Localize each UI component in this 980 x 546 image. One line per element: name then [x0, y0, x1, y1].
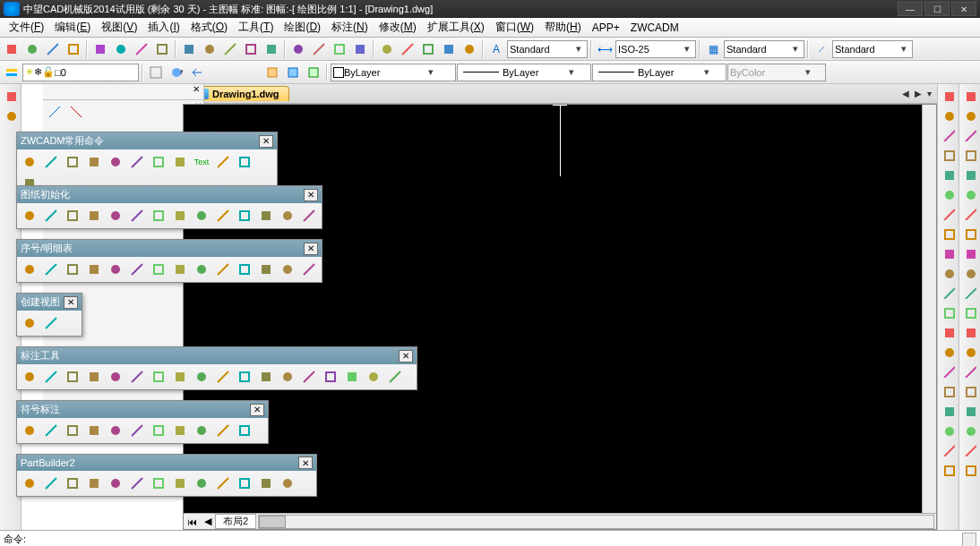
palette-tool-icon[interactable]	[84, 260, 104, 279]
palette-tool-icon[interactable]	[41, 206, 61, 226]
text-style-combo-icon[interactable]: A	[486, 39, 506, 59]
mleader-style-combo-icon[interactable]: ⟋	[812, 39, 831, 59]
toolbar-button[interactable]	[439, 39, 459, 59]
palette-tool-icon[interactable]	[278, 260, 297, 279]
menu-修改[interactable]: 修改(M)	[374, 18, 422, 37]
rail-tool-icon[interactable]	[941, 344, 957, 360]
block-ref-icon[interactable]	[283, 63, 303, 82]
palette-tool-icon[interactable]	[192, 473, 211, 493]
palette-tool-icon[interactable]	[235, 152, 254, 172]
chevron-down-icon[interactable]: ▾	[898, 43, 910, 55]
rail-tool-icon[interactable]	[962, 166, 978, 183]
horizontal-scrollbar[interactable]	[258, 515, 934, 529]
palette-close-icon[interactable]: ✕	[298, 456, 313, 469]
palette-tool-icon[interactable]	[235, 367, 254, 387]
menu-工具[interactable]: 工具(T)	[233, 18, 279, 37]
layer-states-icon[interactable]	[146, 63, 166, 82]
chevron-down-icon[interactable]: ▾	[572, 43, 585, 55]
color-combo-value[interactable]	[344, 65, 425, 80]
menu-ZWCADM[interactable]: ZWCADM	[625, 20, 684, 36]
menu-编辑[interactable]: 编辑(E)	[49, 18, 96, 37]
rail-tool-icon[interactable]	[941, 245, 957, 261]
toolbar-button[interactable]	[220, 39, 240, 59]
palette-tool-icon[interactable]	[63, 206, 82, 226]
rail-tool-icon[interactable]	[941, 107, 957, 124]
minimize-button[interactable]: —	[898, 2, 923, 16]
toolbar-button[interactable]	[241, 39, 261, 59]
close-button[interactable]: ✕	[951, 2, 976, 16]
palette-tool-icon[interactable]	[170, 367, 190, 387]
palette-header[interactable]: 符号标注✕	[17, 401, 268, 418]
palette-close-icon[interactable]: ✕	[250, 404, 264, 416]
palette-tool-icon[interactable]	[213, 473, 233, 493]
dim-style-combo-icon[interactable]: ⟷	[595, 39, 615, 59]
palette-tool-icon[interactable]	[63, 367, 82, 387]
menu-绘图[interactable]: 绘图(D)	[279, 18, 326, 37]
palette-close-icon[interactable]: ✕	[304, 189, 318, 201]
tab-nav-first-icon[interactable]: ⏮	[184, 516, 201, 527]
command-scroll-icon[interactable]	[962, 533, 976, 547]
palette-tool-icon[interactable]	[106, 260, 125, 279]
layer-iso-icon[interactable]	[167, 63, 186, 82]
rail-tool-icon[interactable]	[941, 403, 957, 419]
palette-header[interactable]: 图纸初始化✕	[17, 186, 322, 203]
toolbar-button[interactable]	[418, 39, 438, 59]
table-style-combo[interactable]: ▾	[724, 40, 804, 58]
palette-tool-icon[interactable]	[106, 367, 125, 387]
palette-tool-icon[interactable]	[20, 152, 39, 172]
chevron-down-icon[interactable]: ▾	[565, 66, 578, 78]
dim-style-combo-value[interactable]	[618, 42, 681, 56]
rail-tool-icon[interactable]	[962, 383, 978, 399]
palette-tool-icon[interactable]	[106, 473, 125, 493]
palette-tool-icon[interactable]	[45, 102, 64, 122]
rail-tool-icon[interactable]	[941, 462, 957, 478]
palette-close-icon[interactable]: ✕	[399, 350, 413, 363]
menu-帮助[interactable]: 帮助(H)	[539, 18, 587, 37]
menu-格式[interactable]: 格式(O)	[185, 18, 233, 37]
rail-tool-icon[interactable]	[962, 324, 978, 340]
palette-tool-icon[interactable]	[20, 473, 39, 493]
palette-tool-icon[interactable]	[106, 206, 125, 226]
rail-tool-icon[interactable]	[941, 324, 957, 340]
lineweight-combo[interactable]: ▾	[592, 64, 726, 81]
palette-tool-icon[interactable]	[299, 367, 319, 387]
rail-tool-icon[interactable]	[941, 265, 957, 281]
palette-tool-icon[interactable]	[84, 206, 104, 226]
toolbar-button[interactable]	[288, 39, 308, 59]
tab-next-icon[interactable]: ▶	[913, 89, 924, 98]
menu-文件[interactable]: 文件(F)	[4, 18, 49, 37]
rail-tool-icon[interactable]	[941, 127, 957, 143]
palette-tool-icon[interactable]	[235, 473, 254, 493]
color-combo[interactable]: ▾	[331, 64, 456, 81]
palette-tool-icon[interactable]	[66, 102, 86, 122]
palette-tool-icon[interactable]	[192, 421, 211, 440]
palette-tool-icon[interactable]	[278, 367, 297, 387]
palette-tool-icon[interactable]	[299, 260, 319, 279]
palette-tool-icon[interactable]: Text	[192, 152, 211, 172]
palette-tool-icon[interactable]	[192, 367, 211, 387]
palette-tool-icon[interactable]	[84, 421, 104, 440]
toolbar-button[interactable]	[309, 39, 329, 59]
rail-tool-icon[interactable]	[941, 226, 957, 242]
palette-tool-icon[interactable]	[256, 367, 276, 387]
linetype-combo[interactable]: ▾	[457, 64, 591, 81]
palette-tool-icon[interactable]	[127, 473, 147, 493]
palette-tool-icon[interactable]	[84, 152, 104, 172]
toolbar-button[interactable]	[179, 39, 199, 59]
palette-tool-icon[interactable]	[63, 421, 82, 440]
palette-header[interactable]: PartBuilder2✕	[17, 455, 316, 471]
layout-tab[interactable]: 布局2	[215, 514, 256, 529]
palette-close-icon[interactable]: ✕	[259, 135, 273, 148]
toolbar-button[interactable]	[350, 39, 370, 59]
palette-tool-icon[interactable]	[278, 206, 297, 226]
palette-tool-icon[interactable]	[20, 206, 39, 226]
palette-tool-icon[interactable]	[170, 473, 190, 493]
palette-tool-icon[interactable]	[63, 260, 82, 279]
palette-tool-icon[interactable]	[170, 206, 190, 226]
palette-header[interactable]: 创建视图✕	[17, 294, 82, 311]
layer-combo[interactable]: ☀❄🔓 ▾	[22, 64, 139, 81]
palette-tool-icon[interactable]	[84, 473, 104, 493]
block-edit-icon[interactable]	[304, 63, 323, 82]
palette-tool-icon[interactable]	[127, 260, 147, 279]
menu-窗口[interactable]: 窗口(W)	[490, 18, 539, 37]
